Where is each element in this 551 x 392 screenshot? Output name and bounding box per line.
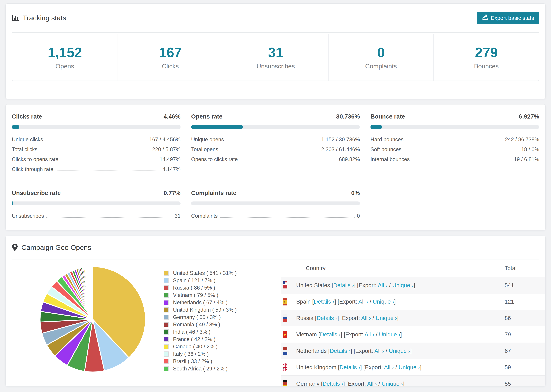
legend-chip	[164, 329, 169, 335]
geo-table-row-netherlands: Netherlands [Details ›] [Export: All › /…	[281, 343, 545, 359]
rate-panel-header: Opens rate30.736%	[191, 113, 360, 120]
rate-panel-opens-rate: Opens rate30.736%Unique opens1,152 / 30.…	[191, 113, 360, 176]
rate-row-hard-bounces: Hard bounces242 / 86.738%	[370, 136, 539, 147]
details-link[interactable]: Details ›	[330, 348, 350, 354]
rate-row-label: Unique clicks	[12, 136, 43, 143]
export-unique-link[interactable]: Unique ›	[392, 282, 414, 288]
legend-item-romania[interactable]: Romania ( 49 / 3% )	[164, 321, 237, 328]
rate-row-label: Unique opens	[191, 136, 224, 143]
rate-row-label: Complaints	[191, 213, 218, 219]
stat-complaints: 0Complaints	[328, 34, 434, 81]
country-cell: ★Vietnam [Details ›] [Export: All › / Un…	[281, 331, 505, 338]
country-total: 59	[505, 364, 545, 371]
stat-label-complaints: Complaints	[365, 63, 397, 70]
details-link[interactable]: Details ›	[323, 381, 343, 386]
rate-row-unsubscribes: Unsubscribes31	[12, 213, 181, 223]
country-total: 86	[505, 315, 545, 321]
rate-title: Opens rate	[191, 113, 222, 120]
legend-label: Russia ( 86 / 5% )	[173, 285, 215, 291]
country-name: United States	[296, 282, 332, 288]
country-name: United Kingdom	[296, 364, 338, 371]
export-all-link[interactable]: All ›	[378, 282, 388, 288]
legend-item-germany[interactable]: Germany ( 55 / 3% )	[164, 314, 237, 321]
export-all-link[interactable]: All ›	[367, 381, 377, 386]
export-unique-link[interactable]: Unique ›	[381, 381, 403, 386]
stat-value-opens: 1,152	[48, 45, 82, 60]
dotted-leader	[412, 161, 511, 161]
legend-item-italy[interactable]: Italy ( 36 / 2% )	[164, 350, 237, 358]
legend-chip	[164, 337, 169, 342]
header-divider	[12, 32, 539, 33]
rate-row-label: Clicks to opens rate	[12, 156, 58, 162]
export-unique-link[interactable]: Unique ›	[376, 315, 397, 321]
stat-clicks: 167Clicks	[118, 34, 223, 81]
dotted-leader	[61, 161, 157, 161]
geo-table-row-vietnam: ★Vietnam [Details ›] [Export: All › / Un…	[281, 326, 545, 343]
export-unique-link[interactable]: Unique ›	[373, 298, 394, 305]
rate-progress-track	[191, 125, 360, 129]
export-unique-link[interactable]: Unique ›	[389, 348, 410, 354]
legend-chip	[164, 278, 169, 283]
legend-item-netherlands[interactable]: Netherlands ( 67 / 4% )	[164, 299, 237, 306]
legend-chip	[164, 293, 169, 298]
details-link[interactable]: Details ›	[317, 315, 337, 321]
dotted-leader	[226, 141, 319, 141]
export-all-link[interactable]: All ›	[361, 315, 371, 321]
legend-item-united-kingdom[interactable]: United Kingdom ( 59 / 3% )	[164, 306, 237, 314]
rate-title: Bounce rate	[370, 113, 405, 120]
rate-row-value: 2,303 / 61.446%	[321, 147, 360, 153]
rate-row-value: 167 / 4.456%	[149, 136, 181, 143]
geo-table-row-united-kingdom: United Kingdom [Details ›] [Export: All …	[281, 359, 545, 375]
export-all-link[interactable]: All ›	[358, 298, 368, 305]
country-total: 55	[505, 381, 545, 386]
legend-item-south-africa[interactable]: South Africa ( 29 / 2% )	[164, 365, 237, 372]
legend-item-united-states[interactable]: United States ( 541 / 31% )	[164, 269, 237, 277]
rate-panel-clicks-rate: Clicks rate4.46%Unique clicks167 / 4.456…	[12, 113, 181, 176]
rate-progress-track	[12, 125, 181, 129]
legend-item-france[interactable]: France ( 42 / 2% )	[164, 336, 237, 343]
details-link[interactable]: Details ›	[339, 364, 360, 371]
rate-row-soft-bounces: Soft bounces18 / 0%	[370, 147, 539, 156]
es-flag-emblem	[283, 301, 285, 302]
details-link[interactable]: Details ›	[314, 298, 335, 305]
legend-item-russia[interactable]: Russia ( 86 / 5% )	[164, 284, 237, 291]
rate-row-total-clicks: Total clicks220 / 5.87%	[12, 147, 181, 156]
rate-row-value: 14.497%	[160, 156, 181, 162]
tracking-card-title: Tracking stats	[12, 14, 66, 22]
rate-progress-track	[191, 202, 360, 205]
rate-progress-fill	[370, 125, 382, 129]
dotted-leader	[240, 161, 336, 161]
country-links: Spain [Details ›] [Export: All › / Uniqu…	[296, 298, 396, 305]
flag-gb-icon	[283, 364, 287, 371]
flag-de-icon	[283, 380, 287, 386]
export-all-link[interactable]: All ›	[365, 331, 374, 338]
geo-table-header: Country Total	[281, 259, 545, 277]
export-unique-link[interactable]: Unique ›	[379, 331, 400, 338]
export-basic-stats-button[interactable]: Export basic stats	[477, 12, 539, 24]
legend-label: Canada ( 40 / 2% )	[173, 343, 218, 350]
legend-item-india[interactable]: India ( 46 / 3% )	[164, 328, 237, 336]
legend-item-spain[interactable]: Spain ( 121 / 7% )	[164, 277, 237, 284]
details-link[interactable]: Details ›	[333, 282, 354, 288]
export-all-link[interactable]: All ›	[384, 364, 394, 371]
rate-row-value: 19 / 6.81%	[514, 156, 539, 162]
rate-row-value: 0	[357, 213, 360, 219]
legend-item-vietnam[interactable]: Vietnam ( 79 / 5% )	[164, 291, 237, 299]
bar-chart-icon	[12, 14, 19, 22]
flag-ru-icon	[283, 314, 287, 322]
export-unique-link[interactable]: Unique ›	[399, 364, 420, 371]
rate-panel-header: Complaints rate0%	[191, 189, 360, 196]
rate-row-value: 4.147%	[162, 166, 181, 172]
country-links: Vietnam [Details ›] [Export: All › / Uni…	[296, 331, 402, 338]
country-links: Russia [Details ›] [Export: All › / Uniq…	[296, 315, 399, 321]
legend-chip	[164, 307, 169, 313]
country-cell: Russia [Details ›] [Export: All › / Uniq…	[281, 314, 505, 322]
rate-row-label: Total clicks	[12, 147, 37, 153]
us-flag-canton	[283, 281, 285, 284]
details-link[interactable]: Details ›	[320, 331, 341, 338]
legend-item-brazil[interactable]: Brazil ( 33 / 2% )	[164, 358, 237, 365]
country-links: Netherlands [Details ›] [Export: All › /…	[296, 348, 412, 354]
export-all-link[interactable]: All ›	[374, 348, 384, 354]
legend-item-canada[interactable]: Canada ( 40 / 2% )	[164, 343, 237, 350]
dotted-leader	[220, 217, 354, 218]
